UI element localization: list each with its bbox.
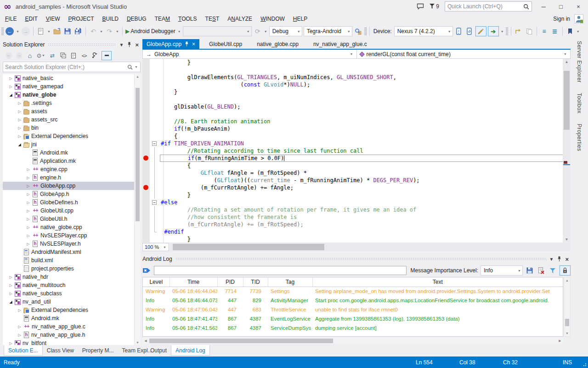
expand-arrow[interactable]: ▷	[7, 76, 14, 80]
step-into-target-button[interactable]	[514, 26, 523, 36]
scrollbar-thumb[interactable]	[564, 71, 570, 130]
code-text[interactable]: {	[160, 132, 571, 140]
expand-arrow[interactable]: ▷	[16, 109, 23, 114]
side-tab-server-explorer[interactable]: Server Explorer	[576, 41, 582, 83]
device-info-button[interactable]: i	[454, 26, 464, 36]
breakpoint-margin[interactable]	[142, 66, 150, 74]
breakpoint-margin[interactable]	[142, 88, 150, 96]
fold-collapse-icon[interactable]: −	[152, 141, 157, 146]
redo-dropdown[interactable]: ▼	[115, 30, 119, 33]
maximize-button[interactable]: □	[555, 3, 567, 10]
code-line[interactable]: //Rotating a set amount of rotation per …	[142, 206, 571, 213]
scrollbar-thumb[interactable]	[149, 339, 333, 343]
tree-item-nv-native-app-glue-h[interactable]: ▷hnv_native_app_glue.h	[3, 331, 134, 339]
forward-button[interactable]: →	[16, 52, 23, 60]
breakpoint-margin[interactable]	[142, 96, 150, 103]
scroll-up-arrow[interactable]: ▲	[564, 279, 570, 282]
breakpoint-margin[interactable]	[142, 199, 150, 206]
properties-button[interactable]	[91, 52, 98, 60]
code-line[interactable]	[142, 110, 571, 118]
code-text[interactable]: //Rotating a set amount of rotation per …	[160, 206, 571, 213]
fold-collapse-icon[interactable]: −	[152, 200, 157, 205]
zoom-combo[interactable]: 100 %▼	[142, 243, 169, 251]
code-line[interactable]: glDisable(GL_BLEND);	[142, 103, 571, 110]
expand-arrow[interactable]: ▷	[25, 192, 32, 196]
code-text[interactable]: if(m_fRunningAnimTime > 0.0F)	[160, 155, 571, 162]
code-line[interactable]: −#else	[142, 199, 571, 206]
expand-arrow[interactable]: ◢	[7, 300, 14, 304]
breakpoint-margin[interactable]	[142, 236, 150, 242]
pin-tab-icon[interactable]	[185, 41, 189, 46]
toggle-bookmark-button[interactable]	[565, 26, 575, 36]
code-text[interactable]	[160, 66, 571, 74]
expand-arrow[interactable]: ▷	[25, 209, 32, 213]
code-line[interactable]: }	[142, 59, 571, 66]
column-header-level[interactable]: Level	[143, 277, 170, 287]
find-button[interactable]	[354, 26, 363, 36]
sync-with-active-document-button[interactable]: ⇄	[49, 52, 56, 60]
members-dropdown[interactable]: renderGL(const float current_time) ▼	[357, 50, 571, 58]
breakpoint-margin[interactable]	[142, 169, 150, 177]
log-horizontal-scrollbar[interactable]: ◀ ▶	[142, 338, 563, 344]
scrollbar-thumb[interactable]	[565, 319, 569, 326]
collapse-all-button[interactable]	[59, 52, 67, 60]
types-dropdown[interactable]: → GlobeApp ▼	[143, 50, 357, 58]
log-row[interactable]: Info05-06 18:46:44.073447829ActivityMana…	[143, 296, 563, 305]
tree-item-globedefines-h[interactable]: ▷hGlobeDefines.h	[3, 198, 134, 207]
close-panel-icon[interactable]: ×	[135, 41, 139, 48]
solution-explorer-header[interactable]: Solution Explorer ▼ ×	[3, 40, 141, 50]
panel-tab-property-m-[interactable]: Property M...	[78, 345, 118, 356]
breakpoint-margin[interactable]	[142, 140, 150, 147]
code-text[interactable]: (const GLvoid*)NULL);	[160, 81, 571, 88]
open-file-button[interactable]	[52, 26, 62, 36]
column-header-time[interactable]: Time	[170, 277, 217, 287]
resize-grip[interactable]	[582, 362, 587, 367]
code-line[interactable]: −#if TIME_DRIVEN_ANIMATION	[142, 140, 571, 147]
menu-item-debug[interactable]: DEBUG	[123, 13, 151, 24]
solution-tree-scrollbar[interactable]: ▲ ▼	[134, 74, 141, 345]
expand-arrow[interactable]: ▷	[16, 118, 23, 122]
code-editor[interactable]: } glDrawElements(GL_TRIANGLES, m_uiNumIn…	[142, 59, 571, 242]
minimize-button[interactable]: ─	[537, 3, 549, 10]
breakpoint-margin[interactable]	[142, 74, 150, 81]
code-line[interactable]: if(m_fRunningAnimTime > 0.0F)	[142, 155, 571, 162]
code-text[interactable]: }	[160, 236, 571, 242]
expand-arrow[interactable]: ▷	[16, 308, 23, 312]
tree-item-androidmanifest-xml[interactable]: AndroidManifest.xml	[3, 248, 134, 256]
editor-vertical-scrollbar[interactable]: ▲ ▼	[563, 59, 571, 242]
tree-item-engine-cpp[interactable]: ▷++engine.cpp	[3, 165, 134, 173]
code-line[interactable]: glDrawElements(GL_TRIANGLES, m_uiNumIndi…	[142, 74, 571, 81]
panel-tab-android-log[interactable]: Android Log	[171, 345, 210, 356]
undo-dropdown[interactable]: ▼	[99, 30, 103, 33]
log-row[interactable]: Info05-06 18:47:41.4738674387EventLogSer…	[143, 314, 563, 323]
toolbar-grip[interactable]	[1, 27, 4, 35]
menu-item-test[interactable]: TEST	[201, 13, 224, 24]
code-text[interactable]: glDisable(GL_BLEND);	[160, 103, 571, 110]
code-text[interactable]: {	[160, 162, 571, 169]
code-line[interactable]: (m_fCurrRotAngle) += (m_fRotSpeed);	[142, 221, 571, 228]
scroll-right-arrow[interactable]: ▶	[557, 338, 563, 344]
breakpoint-margin[interactable]	[142, 103, 150, 110]
redo-button[interactable]: ↷	[105, 26, 114, 36]
expand-arrow[interactable]: ▷	[16, 333, 23, 337]
expand-arrow[interactable]: ▷	[25, 225, 32, 230]
breakpoint-margin[interactable]	[142, 228, 150, 236]
code-text[interactable]: //Rotating according to time since last …	[160, 147, 571, 155]
tree-item-globeutil-cpp[interactable]: ▷++GlobeUtil.cpp	[3, 207, 134, 215]
save-log-button[interactable]	[525, 265, 534, 276]
refresh-dropdown[interactable]: ▼	[264, 30, 268, 33]
code-text[interactable]: (GLfloat)((current_time - m_fRunningAnim…	[160, 177, 571, 184]
pin-icon[interactable]	[557, 256, 561, 262]
code-line[interactable]: GLfloat fAngle = (m_fRotSpeed) *	[142, 169, 571, 177]
code-line[interactable]: {	[142, 132, 571, 140]
tree-item-native-basic[interactable]: ▷native_basic	[3, 74, 134, 82]
tree-item-assets-src[interactable]: ▷assets_src	[3, 115, 134, 124]
quick-launch-input[interactable]	[447, 3, 523, 10]
expand-arrow[interactable]: ▷	[16, 134, 23, 138]
column-header-tid[interactable]: TID	[243, 277, 268, 287]
tree-item-external-dependencies[interactable]: ▷External Dependencies	[3, 132, 134, 140]
scroll-left-arrow[interactable]: ◀	[142, 338, 149, 344]
breakpoint-margin[interactable]	[142, 132, 150, 140]
search-options-caret[interactable]: ▼	[134, 65, 138, 69]
toolbar-options-dropdown[interactable]: ▼	[576, 30, 580, 33]
